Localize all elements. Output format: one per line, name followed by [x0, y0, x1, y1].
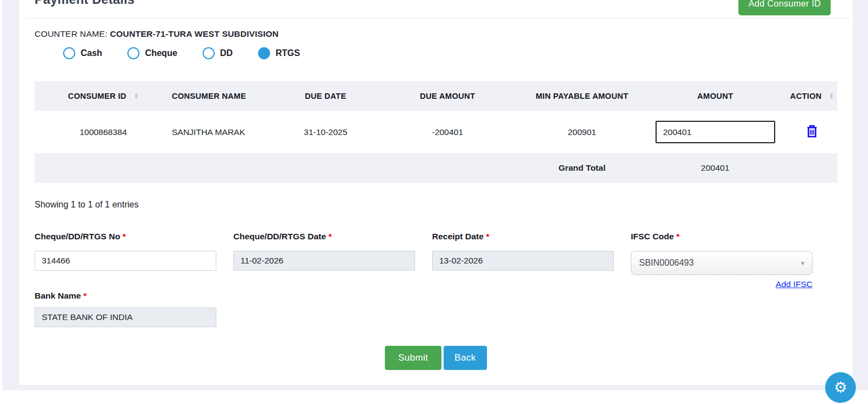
back-button[interactable]: Back	[444, 346, 487, 370]
column-header-min-payable-amount[interactable]: MIN PAYABLE AMOUNT	[520, 81, 643, 111]
column-header-due-amount[interactable]: DUE AMOUNT	[375, 81, 520, 111]
column-header-consumer-name[interactable]: CONSUMER NAME	[172, 81, 276, 111]
payment-mode-radio-rtgs[interactable]: RTGS	[258, 47, 300, 59]
form-action-buttons: Submit Back	[19, 346, 853, 370]
receipt-date-label: Receipt Date *	[432, 231, 614, 242]
header-divider	[26, 18, 849, 19]
payment-mode-label: RTGS	[276, 48, 300, 58]
payment-mode-radio-group: Cash Cheque DD RTGS	[63, 47, 300, 59]
ifsc-code-select[interactable]: SBIN0006493 ▼	[631, 251, 813, 275]
payment-mode-radio-cheque[interactable]: Cheque	[127, 47, 177, 59]
required-asterisk: *	[486, 232, 489, 241]
table-header-row: CONSUMER ID ▲▼ CONSUMER NAME DUE DATE DU…	[35, 81, 837, 111]
required-asterisk: *	[328, 232, 332, 241]
showing-entries-text: Showing 1 to 1 of 1 entries	[35, 200, 138, 210]
payment-mode-radio-cash[interactable]: Cash	[63, 47, 102, 59]
ifsc-code-selected-value: SBIN0006493	[639, 258, 694, 268]
column-header-label: CONSUMER ID	[68, 92, 126, 100]
cell-consumer-name: SANJITHA MARAK	[172, 111, 276, 153]
cheque-no-field-group: Cheque/DD/RTGS No *	[35, 231, 216, 289]
column-header-amount[interactable]: AMOUNT	[644, 81, 787, 111]
cell-min-payable-amount: 200901	[520, 111, 643, 153]
trash-icon	[806, 125, 818, 138]
payment-mode-label: DD	[220, 48, 233, 58]
grand-total-label: Grand Total	[520, 153, 643, 183]
ifsc-code-field-group: IFSC Code * SBIN0006493 ▼ Add IFSC	[631, 231, 813, 289]
amount-input[interactable]	[656, 121, 775, 143]
chevron-down-icon: ▼	[800, 260, 805, 266]
bank-name-field-group: Bank Name *	[35, 290, 216, 327]
column-header-due-date[interactable]: DUE DATE	[276, 81, 375, 111]
column-header-action[interactable]: ACTION ▲▼	[787, 81, 837, 111]
column-header-consumer-id[interactable]: CONSUMER ID ▲▼	[35, 81, 172, 111]
payment-mode-radio-dd[interactable]: DD	[203, 47, 233, 59]
grand-total-row: Grand Total 200401	[35, 153, 837, 183]
ifsc-code-label: IFSC Code *	[631, 231, 813, 242]
payment-mode-label: Cash	[81, 48, 102, 58]
radio-circle-icon	[203, 47, 215, 59]
counter-name-line: COUNTER NAME: COUNTER-71-TURA WEST SUBDI…	[35, 29, 278, 39]
payment-details-page: Payment Details Add Consumer ID COUNTER …	[0, 0, 868, 404]
required-asterisk: *	[83, 291, 87, 300]
bank-name-label: Bank Name *	[35, 290, 216, 301]
counter-name-label: COUNTER NAME:	[35, 29, 108, 38]
cell-due-date: 31-10-2025	[276, 111, 375, 153]
sort-icon: ▲▼	[830, 93, 834, 99]
cheque-date-input[interactable]	[233, 251, 415, 271]
payment-mode-label: Cheque	[145, 48, 177, 58]
required-asterisk: *	[676, 232, 680, 241]
submit-button[interactable]: Submit	[385, 346, 441, 370]
radio-circle-selected-icon	[258, 47, 270, 59]
table-row: 1000868384 SANJITHA MARAK 31-10-2025 -20…	[35, 111, 837, 153]
gear-icon: ⚙	[834, 380, 847, 395]
cheque-no-input[interactable]	[35, 251, 216, 271]
cell-due-amount: -200401	[375, 111, 520, 153]
column-header-label: ACTION	[790, 92, 821, 100]
required-asterisk: *	[122, 232, 126, 241]
page-title: Payment Details	[35, 0, 135, 7]
cell-consumer-id: 1000868384	[35, 111, 172, 153]
cell-amount	[644, 111, 787, 153]
payment-details-card: Payment Details Add Consumer ID COUNTER …	[19, 0, 853, 385]
cell-action	[787, 111, 837, 153]
cheque-date-label: Cheque/DD/RTGS Date *	[233, 231, 415, 242]
counter-name-value: COUNTER-71-TURA WEST SUBDIVISION	[110, 29, 278, 38]
delete-row-button[interactable]	[805, 124, 819, 141]
sort-icon: ▲▼	[134, 93, 138, 99]
add-ifsc-link[interactable]: Add IFSC	[631, 279, 813, 289]
cheque-no-label: Cheque/DD/RTGS No *	[35, 231, 216, 242]
receipt-date-input[interactable]	[432, 251, 614, 271]
grand-total-value: 200401	[644, 153, 787, 183]
radio-circle-icon	[127, 47, 139, 59]
payment-form: Cheque/DD/RTGS No * Cheque/DD/RTGS Date …	[35, 231, 813, 327]
settings-fab-button[interactable]: ⚙	[825, 372, 856, 403]
receipt-date-field-group: Receipt Date *	[432, 231, 614, 289]
cheque-date-field-group: Cheque/DD/RTGS Date *	[233, 231, 415, 289]
add-consumer-id-button[interactable]: Add Consumer ID	[738, 0, 831, 15]
radio-circle-icon	[63, 47, 75, 59]
bank-name-input[interactable]	[35, 307, 216, 327]
consumer-payment-table: CONSUMER ID ▲▼ CONSUMER NAME DUE DATE DU…	[35, 81, 837, 183]
